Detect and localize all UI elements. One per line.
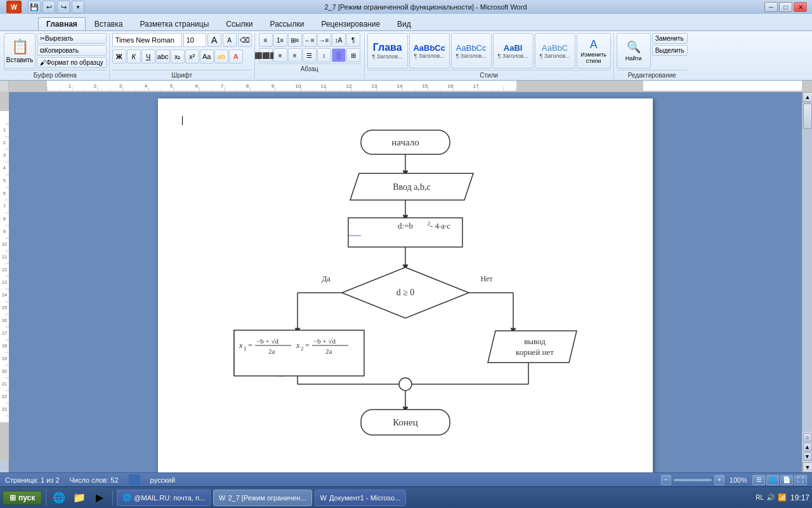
style-heading4[interactable]: AaBl ¶ Заголов... (493, 33, 534, 69)
underline-button[interactable]: Ч (141, 50, 155, 64)
sort-button[interactable]: ↕A (332, 33, 346, 47)
svg-text:9: 9 (272, 83, 275, 89)
media-icon[interactable]: ▶ (91, 489, 108, 507)
svg-text:17: 17 (2, 331, 7, 335)
svg-text:x: x (296, 341, 300, 350)
align-center-button[interactable]: ≡ (273, 48, 287, 62)
font-name-input[interactable] (112, 33, 182, 47)
windows-logo: ⊞ (10, 493, 16, 502)
borders-button[interactable]: ⊞ (346, 48, 360, 62)
close-button[interactable]: ✕ (794, 2, 807, 12)
superscript-button[interactable]: x² (185, 50, 199, 64)
change-case-button[interactable]: Аа (200, 50, 214, 64)
tab-view[interactable]: Вид (389, 17, 419, 30)
normal-view-button[interactable]: ☰ (752, 475, 765, 485)
svg-text:3: 3 (3, 153, 6, 157)
cut-button[interactable]: ✂ Вырезать (37, 33, 107, 44)
taskbar-app-word1[interactable]: W 2_7 [Режим ограничен... (213, 490, 312, 506)
tab-mailings[interactable]: Рассылки (262, 17, 313, 30)
style-heading3[interactable]: AaBbCc ¶ Заголов... (451, 33, 492, 69)
taskbar-app-word2[interactable]: W Документ1 - Microsо... (315, 490, 407, 506)
select-button[interactable]: Выделить (652, 45, 688, 56)
font-size-input[interactable] (183, 33, 206, 47)
replace-button[interactable]: Заменить (652, 33, 688, 44)
ie-icon[interactable]: 🌐 (50, 489, 68, 507)
svg-text:3: 3 (119, 83, 122, 89)
style-heading1[interactable]: Глава ¶ Заголов... (367, 33, 408, 69)
align-left-button[interactable]: ⬛⬛⬛ (259, 48, 273, 62)
vertical-ruler: 1 2 3 4 5 6 7 8 9 10 11 12 13 14 15 16 1… (0, 92, 9, 472)
show-marks-button[interactable]: ¶ (346, 33, 360, 47)
tab-references[interactable]: Ссылки (218, 17, 261, 30)
tab-review[interactable]: Рецензирование (313, 17, 388, 30)
minimize-button[interactable]: ─ (764, 2, 778, 12)
bullets-button[interactable]: ≡ (259, 33, 273, 47)
zoom-control: − + 100% (661, 475, 747, 485)
copy-button[interactable]: ⧉ Копировать (37, 45, 107, 56)
redo-qa-button[interactable]: ↪ (57, 1, 70, 13)
svg-text:2a: 2a (325, 347, 332, 355)
prev-page-button[interactable]: ▲ (803, 443, 812, 451)
bold-button[interactable]: Ж (112, 50, 126, 64)
print-view-button[interactable]: 📄 (780, 475, 793, 485)
svg-text:15: 15 (2, 305, 7, 310)
shading-button[interactable]: ░ (332, 48, 346, 62)
scroll-track[interactable] (802, 102, 812, 432)
scroll-down-button[interactable]: ▼ (802, 462, 812, 472)
customize-qa-button[interactable]: ▼ (72, 1, 84, 13)
change-styles-button[interactable]: A Изменитьстили (577, 33, 611, 69)
restore-button[interactable]: □ (779, 2, 792, 12)
tab-home[interactable]: Главная (38, 17, 86, 30)
start-button[interactable]: ⊞ пуск (3, 491, 42, 505)
scroll-thumb[interactable] (803, 104, 812, 129)
align-right-button[interactable]: ≡ (288, 48, 302, 62)
next-page-button[interactable]: ▼ (803, 452, 812, 461)
zoom-slider[interactable] (674, 479, 712, 481)
status-right: − + 100% ☰ 🌐 📄 ⛶ (661, 475, 807, 485)
select-object-button[interactable]: ○ (803, 433, 812, 442)
zoom-in-button[interactable]: + (714, 475, 724, 485)
decrease-indent-button[interactable]: ←≡ (303, 33, 317, 47)
highlight-button[interactable]: ab (214, 50, 228, 64)
strikethrough-button[interactable]: abc (156, 50, 170, 64)
svg-text:начало: начало (391, 137, 419, 147)
line-spacing-button[interactable]: ↕ (317, 48, 331, 62)
zoom-level: 100% (730, 476, 747, 484)
office-menu-button[interactable]: W (6, 1, 22, 13)
web-view-button[interactable]: 🌐 (766, 475, 779, 485)
style-heading2[interactable]: AaBbCc ¶ Заголов... (409, 33, 450, 69)
svg-text:=: = (305, 341, 310, 350)
svg-text:11: 11 (321, 83, 327, 89)
save-qa-button[interactable]: 💾 (28, 1, 41, 13)
numbering-button[interactable]: 1≡ (273, 33, 287, 47)
tab-page-layout[interactable]: Разметка страницы (131, 17, 217, 30)
multilevel-button[interactable]: ⊞≡ (288, 33, 302, 47)
svg-text:4: 4 (145, 83, 148, 89)
paste-button[interactable]: 📋 Вставить (4, 33, 36, 69)
italic-button[interactable]: К (127, 50, 141, 64)
folder-icon[interactable]: 📁 (70, 489, 88, 507)
decrease-font-button[interactable]: A (223, 33, 237, 47)
svg-text:−b + √d: −b + √d (313, 337, 336, 345)
zoom-out-button[interactable]: − (661, 475, 671, 485)
document-page[interactable]: начало Ввод a,b,c d:=b 2 - 4·a·c (158, 98, 653, 472)
tray-icons: RL 🔊 📶 (756, 493, 787, 502)
clear-format-button[interactable]: ⌫ (238, 33, 252, 47)
format-painter-button[interactable]: 🖌 Формат по образцу (37, 57, 107, 68)
increase-indent-button[interactable]: →≡ (317, 33, 331, 47)
subscript-button[interactable]: x₂ (171, 50, 185, 64)
vertical-scrollbar[interactable]: ▲ ○ ▲ ▼ ▼ (802, 92, 812, 472)
justify-button[interactable]: ☰ (303, 48, 317, 62)
style-heading5[interactable]: AaBbC ¶ Заголов... (535, 33, 575, 69)
flowchart-diagram: начало Ввод a,b,c d:=b 2 - 4·a·c (202, 117, 621, 454)
scroll-up-button[interactable]: ▲ (802, 92, 812, 102)
increase-font-button[interactable]: A (207, 33, 221, 47)
font-tools: A A ⌫ Ж К Ч abc x₂ x² Аа ab A (112, 33, 252, 69)
spelling-icon[interactable] (129, 474, 140, 486)
fullscreen-view-button[interactable]: ⛶ (794, 475, 807, 485)
taskbar-app-mail[interactable]: 🌐 @MAIL.RU: почта, п... (117, 490, 211, 506)
find-button[interactable]: 🔍 Найти (617, 33, 651, 69)
undo-qa-button[interactable]: ↩ (43, 1, 55, 13)
font-color-button[interactable]: A (229, 50, 243, 64)
tab-insert[interactable]: Вставка (86, 17, 131, 30)
